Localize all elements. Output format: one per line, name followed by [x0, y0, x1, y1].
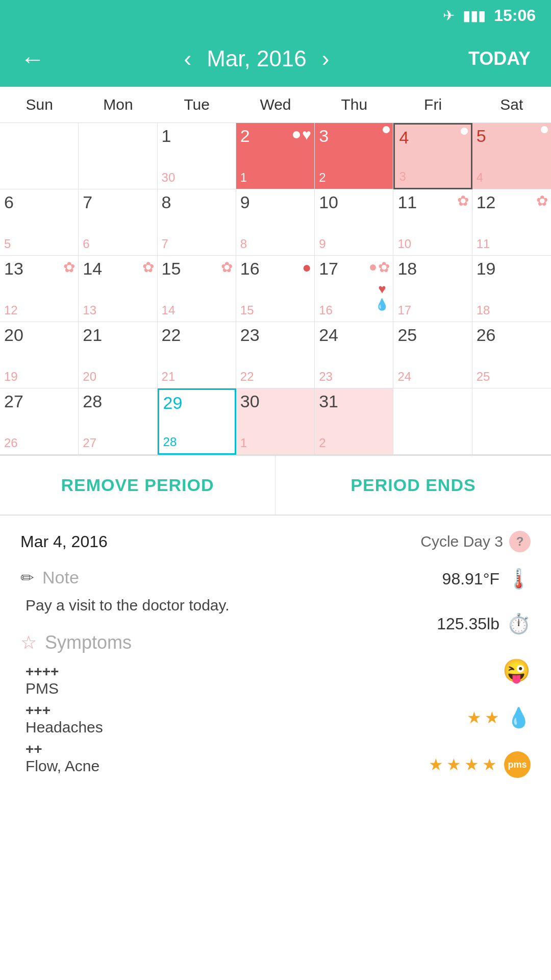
detail-left-col: ✏ Note Pay a visit to the doctor today. … — [20, 568, 378, 789]
calendar-header: ← ‹ Mar, 2016 › TODAY — [0, 31, 551, 87]
note-label: Note — [42, 568, 79, 587]
weight-metric: 125.35lb ⏱️ — [388, 612, 531, 635]
note-pencil-icon: ✏ — [20, 568, 34, 587]
dot-icon — [383, 126, 390, 133]
calendar-cell-7[interactable]: 7 6 — [79, 189, 157, 256]
symptom-item-pms: ++++ PMS — [26, 664, 378, 697]
battery-icon: ▮▮▮ — [463, 7, 486, 24]
mood-metric: 😜 — [388, 657, 531, 684]
note-section: ✏ Note Pay a visit to the doctor today. — [20, 568, 378, 617]
symptom-item-acne: ++ Flow, Acne — [26, 741, 378, 775]
detail-right-col: 98.91°F 🌡️ 125.35lb ⏱️ 😜 ★ ★ 💧 — [388, 568, 531, 789]
pink-dot-icon — [370, 264, 376, 271]
airplane-icon: ✈ — [443, 7, 455, 24]
calendar-cell-25[interactable]: 25 24 — [393, 322, 472, 388]
cycle-day-label: Cycle Day 3 — [420, 533, 503, 550]
next-month-button[interactable]: › — [322, 46, 330, 71]
calendar-cell-30[interactable]: 30 1 — [236, 388, 315, 455]
today-button[interactable]: TODAY — [468, 48, 531, 69]
drop-symbol: 💧 — [375, 298, 389, 311]
dot-icon — [541, 126, 548, 133]
flower-icon: ✿ — [378, 259, 390, 276]
calendar-cell-1[interactable]: 1 30 — [158, 123, 236, 189]
status-time: 15:06 — [494, 6, 536, 25]
calendar-grid: 1 30 2 1 ♥ 3 2 4 3 5 4 6 5 7 6 — [0, 123, 551, 456]
calendar-cell-19[interactable]: 19 18 — [472, 256, 551, 322]
calendar-cell-3[interactable]: 3 2 — [315, 123, 393, 189]
day-header-tue: Tue — [158, 87, 236, 122]
calendar-cell-2[interactable]: 2 1 ♥ — [236, 123, 315, 189]
scale-icon: ⏱️ — [507, 612, 531, 635]
calendar-cell-14[interactable]: 14 13 ✿ — [79, 256, 157, 322]
flower-icon: ✿ — [457, 192, 469, 209]
remove-period-button[interactable]: REMOVE PERIOD — [0, 456, 276, 514]
flower-icon: ✿ — [63, 259, 75, 276]
note-text: Pay a visit to the doctor today. — [26, 594, 378, 617]
calendar-cell-8[interactable]: 8 7 — [158, 189, 236, 256]
pms-stars: ★ ★ ★ ★ — [429, 755, 497, 774]
heart-symbol: ♥ — [378, 281, 386, 297]
calendar-cell-17[interactable]: 17 16 ✿ ♥ 💧 — [315, 256, 393, 322]
day-header-fri: Fri — [393, 87, 472, 122]
calendar-cell-15[interactable]: 15 14 ✿ — [158, 256, 236, 322]
calendar-cell-empty — [0, 123, 79, 189]
calendar-cell-13[interactable]: 13 12 ✿ — [0, 256, 79, 322]
symptom-item-headaches: +++ Headaches — [26, 702, 378, 736]
day-header-sun: Sun — [0, 87, 79, 122]
calendar-cell-23[interactable]: 23 22 — [236, 322, 315, 388]
symptom-plus-pms: ++++ — [26, 664, 378, 680]
symptoms-star-icon: ☆ — [20, 632, 37, 653]
calendar-cell-27[interactable]: 27 26 — [0, 388, 79, 455]
calendar-cell-empty — [472, 388, 551, 455]
detail-section: Mar 4, 2016 Cycle Day 3 ? ✏ Note Pay a v… — [0, 516, 551, 804]
calendar-cell-12[interactable]: 12 11 ✿ — [472, 189, 551, 256]
flower-icon: ✿ — [536, 192, 548, 209]
current-month: Mar, 2016 — [207, 46, 307, 71]
calendar-cell-31[interactable]: 31 2 — [315, 388, 393, 455]
symptom-list: ++++ PMS +++ Headaches ++ Flow, Acne — [26, 664, 378, 775]
symptom-plus-acne: ++ — [26, 741, 378, 757]
pms-badge: pms — [504, 751, 531, 778]
calendar-cell-9[interactable]: 9 8 — [236, 189, 315, 256]
detail-body: ✏ Note Pay a visit to the doctor today. … — [20, 568, 531, 789]
calendar-cell-4[interactable]: 4 3 — [393, 123, 472, 189]
calendar-cell-5[interactable]: 5 4 — [472, 123, 551, 189]
calendar-cell-11[interactable]: 11 10 ✿ — [393, 189, 472, 256]
blood-rating: ★ ★ 💧 — [388, 706, 531, 729]
symptom-name-pms: PMS — [26, 680, 378, 697]
day-header-sat: Sat — [472, 87, 551, 122]
period-ends-button[interactable]: PERIOD ENDS — [276, 456, 551, 514]
calendar-cell-16[interactable]: 16 15 ● — [236, 256, 315, 322]
flower-icon: ✿ — [221, 259, 233, 276]
day-header-thu: Thu — [315, 87, 393, 122]
blood-drop-icon: 💧 — [507, 706, 531, 729]
symptom-name-acne: Flow, Acne — [26, 757, 378, 775]
action-buttons-row: REMOVE PERIOD PERIOD ENDS — [0, 456, 551, 516]
calendar-cell-21[interactable]: 21 20 — [79, 322, 157, 388]
pms-rating: ★ ★ ★ ★ pms — [388, 751, 531, 778]
detail-header: Mar 4, 2016 Cycle Day 3 ? — [20, 531, 531, 552]
calendar-cell-28[interactable]: 28 27 — [79, 388, 157, 455]
cycle-day-info: Cycle Day 3 ? — [420, 531, 531, 552]
calendar-cell-26[interactable]: 26 25 — [472, 322, 551, 388]
heart-icon: ♥ — [302, 126, 311, 143]
cycle-help-button[interactable]: ? — [509, 531, 531, 552]
temperature-value: 98.91°F — [442, 570, 499, 589]
temperature-metric: 98.91°F 🌡️ — [388, 568, 531, 590]
calendar-cell-29[interactable]: 29 28 — [158, 388, 236, 455]
blood-stars: ★ ★ — [467, 708, 499, 727]
flower-icon: ✿ — [142, 259, 154, 276]
symptom-name-headaches: Headaches — [26, 719, 378, 736]
calendar-cell-6[interactable]: 6 5 — [0, 189, 79, 256]
weight-value: 125.35lb — [437, 615, 499, 633]
calendar-cell-18[interactable]: 18 17 — [393, 256, 472, 322]
back-button[interactable]: ← — [20, 45, 45, 73]
symptoms-section: ☆ Symptoms ++++ PMS +++ Headaches ++ Flo… — [20, 632, 378, 775]
prev-month-button[interactable]: ‹ — [184, 46, 191, 71]
calendar-cell-24[interactable]: 24 23 — [315, 322, 393, 388]
calendar-cell-20[interactable]: 20 19 — [0, 322, 79, 388]
calendar-cell-22[interactable]: 22 21 — [158, 322, 236, 388]
red-dot-icon: ● — [302, 259, 311, 276]
day-headers-row: Sun Mon Tue Wed Thu Fri Sat — [0, 87, 551, 123]
calendar-cell-10[interactable]: 10 9 — [315, 189, 393, 256]
